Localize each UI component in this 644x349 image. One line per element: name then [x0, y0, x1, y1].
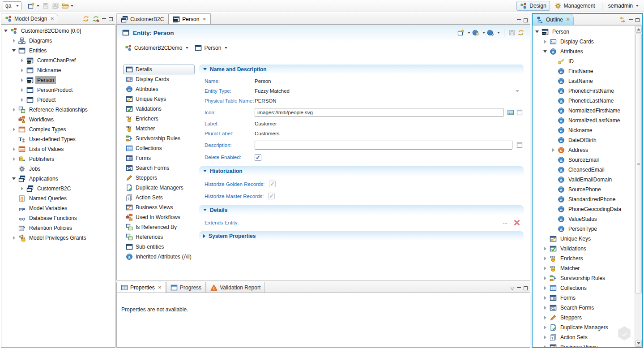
view-tab-properties[interactable]: Properties✕	[116, 282, 166, 293]
tree-item-personproduct[interactable]: PersonProduct	[1, 85, 115, 95]
section-menu-item-sub-entities[interactable]: Sub-entities	[123, 242, 195, 252]
section-menu-item-references[interactable]: References	[123, 232, 195, 242]
tree-item-persontype[interactable]: aPersonType	[533, 224, 635, 234]
outline-scrollbar[interactable]	[635, 26, 642, 347]
descriptioninput[interactable]	[255, 141, 512, 150]
tree-item-address[interactable]: cAddress	[533, 145, 635, 155]
outline-view-tab[interactable]: Outline ✕	[533, 14, 574, 25]
expand-arrow-icon[interactable]	[542, 336, 548, 339]
expand-arrow-icon[interactable]	[19, 69, 25, 72]
chevron-down-icon[interactable]	[482, 32, 485, 34]
section-menu-item-is-referenced-by[interactable]: Is Referenced By	[123, 222, 195, 232]
collapse-arrow-icon[interactable]	[542, 50, 548, 53]
view-tab-validation-report[interactable]: !Validation Report	[206, 282, 265, 293]
tree-item-workflows[interactable]: Workflows	[1, 115, 115, 125]
scroll-up-icon[interactable]	[635, 26, 642, 33]
editor-tab-customerb2c[interactable]: CustomerB2C	[116, 13, 168, 24]
tree-item-customerb2cdemo-0-0[interactable]: CustomerB2CDemo [0.0]	[1, 26, 115, 36]
tree-item-nickname[interactable]: aNickname	[533, 125, 635, 135]
section-menu-item-attributes[interactable]: aAttributes	[123, 84, 195, 94]
maximize-icon[interactable]	[524, 18, 528, 22]
minimize-icon[interactable]	[517, 287, 521, 288]
tree-item-sourcephone[interactable]: aSourcePhone	[533, 185, 635, 194]
save-editor-icon[interactable]	[508, 29, 516, 36]
expand-dialog-button[interactable]	[516, 108, 524, 116]
chevron-down-icon[interactable]	[468, 32, 470, 34]
save-all-button[interactable]	[51, 1, 60, 11]
expand-arrow-icon[interactable]	[542, 296, 548, 300]
expand-section-icon[interactable]	[203, 234, 205, 238]
section-menu-item-duplicate-managers[interactable]: Duplicate Managers	[123, 183, 195, 193]
section-header-details[interactable]: Details	[199, 205, 524, 215]
tree-item-jobs[interactable]: Jobs	[1, 164, 115, 174]
tree-item-sourceemail[interactable]: aSourceEmail	[533, 155, 635, 165]
maximize-icon[interactable]	[109, 17, 113, 21]
close-icon[interactable]: ✕	[566, 17, 570, 22]
breadcrumb-item-customerb2cdemo[interactable]: CustomerB2CDemo	[123, 43, 190, 52]
expand-dialog-button[interactable]	[516, 141, 524, 149]
minimize-icon[interactable]	[102, 17, 106, 19]
collapse-arrow-icon[interactable]	[11, 49, 17, 52]
tree-item-lastname[interactable]: aLastName	[533, 76, 635, 86]
section-header-system-properties[interactable]: System Properties	[199, 231, 524, 241]
tree-item-retention-policies[interactable]: Retention Policies	[1, 223, 115, 233]
tree-item-dateofbirth[interactable]: aDateOfBirth	[533, 135, 635, 145]
section-menu-item-unique-keys[interactable]: Unique Keys	[123, 94, 195, 104]
maximize-icon[interactable]	[635, 18, 640, 22]
chevron-down-icon[interactable]	[186, 47, 188, 49]
section-menu-item-enrichers[interactable]: x+yEnrichers	[123, 114, 195, 124]
section-header-historization[interactable]: Historization	[199, 166, 524, 176]
tree-item-customerb2c[interactable]: CustomerB2C	[1, 184, 115, 194]
tree-item-id[interactable]: ID	[533, 56, 635, 66]
expand-arrow-icon[interactable]	[542, 326, 548, 329]
expand-arrow-icon[interactable]	[19, 88, 25, 92]
close-icon[interactable]: ✕	[158, 285, 162, 290]
refresh-editor-icon[interactable]	[517, 29, 525, 36]
synchronize-icon[interactable]	[92, 15, 99, 22]
actions-icon[interactable]	[487, 29, 494, 36]
section-menu-item-forms[interactable]: Forms	[123, 153, 195, 163]
tree-item-firstname[interactable]: aFirstName	[533, 66, 635, 76]
minimize-icon[interactable]	[629, 18, 633, 20]
tree-item-named-queries[interactable]: {}Named Queries	[1, 194, 115, 203]
collapse-arrow-icon[interactable]	[534, 30, 540, 33]
tree-item-phonegeocodingdata[interactable]: aPhoneGeocodingData	[533, 204, 635, 214]
expand-arrow-icon[interactable]	[19, 187, 25, 190]
expand-arrow-icon[interactable]	[19, 98, 25, 102]
tree-item-applications[interactable]: Applications	[1, 174, 115, 184]
model-design-view-tab[interactable]: Model Design ✕	[1, 13, 58, 24]
collapse-section-icon[interactable]	[203, 68, 207, 70]
expand-arrow-icon[interactable]	[542, 345, 548, 347]
expand-arrow-icon[interactable]	[542, 286, 548, 290]
open-model-button[interactable]	[60, 1, 75, 11]
management-perspective-button[interactable]: Management	[551, 1, 599, 11]
minimize-icon[interactable]	[517, 19, 521, 20]
tree-item-enrichers[interactable]: x+yEnrichers	[533, 254, 635, 263]
perspective-combo[interactable]: qa	[3, 1, 21, 10]
tree-item-phoneticfirstname[interactable]: aPhoneticFirstName	[533, 86, 635, 96]
tree-item-cleansedemail[interactable]: aCleansedEmail	[533, 165, 635, 175]
section-menu-item-search-forms[interactable]: Search Forms	[123, 163, 195, 173]
tree-item-attributes[interactable]: aAttributes	[533, 47, 635, 56]
tree-item-lists-of-values[interactable]: Lists of Values	[1, 144, 115, 154]
close-icon[interactable]: ✕	[202, 17, 206, 22]
new-wizard-button[interactable]	[26, 1, 41, 11]
tree-item-product[interactable]: Product	[1, 95, 115, 105]
link-with-editor-icon[interactable]	[619, 16, 626, 23]
tree-item-steppers[interactable]: Steppers	[533, 313, 635, 323]
expand-arrow-icon[interactable]	[550, 148, 556, 152]
view-menu-icon[interactable]: ▽	[511, 286, 514, 291]
design-perspective-button[interactable]: Design	[516, 1, 550, 11]
expand-arrow-icon[interactable]	[542, 247, 548, 250]
expand-arrow-icon[interactable]	[542, 276, 548, 280]
close-icon[interactable]: ✕	[50, 16, 54, 21]
scrollbar-thumb[interactable]	[635, 34, 642, 293]
tree-item-collections[interactable]: Collections	[533, 283, 635, 293]
expand-arrow-icon[interactable]	[542, 267, 548, 270]
tree-item-validations[interactable]: Validations	[533, 244, 635, 254]
tree-item-survivorship-rules[interactable]: Survivorship Rules	[533, 273, 635, 283]
section-menu-item-steppers[interactable]: Steppers	[123, 173, 195, 183]
tree-item-model-privileges-grants[interactable]: Model Privileges Grants	[1, 233, 115, 243]
tree-item-valuestatus[interactable]: aValueStatus	[533, 214, 635, 224]
maximize-icon[interactable]	[524, 286, 528, 290]
